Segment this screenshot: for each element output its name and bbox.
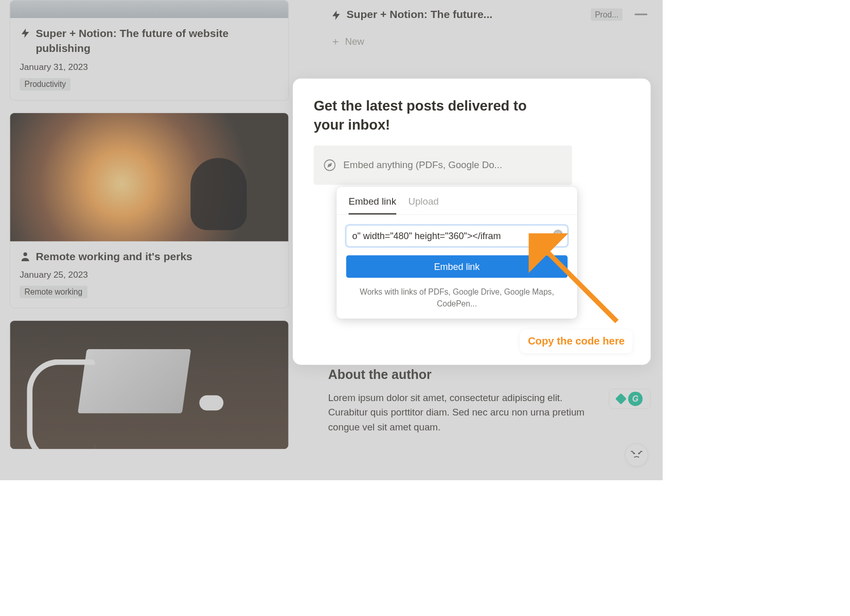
modal-heading: Get the latest posts delivered to your i… [314,96,555,134]
embed-help-text: Works with links of PDFs, Google Drive, … [337,286,577,310]
embed-popup: Embed link Upload ✕ Embed link Works wit… [337,187,577,318]
embed-link-button[interactable]: Embed link [346,256,568,278]
svg-marker-4 [328,164,331,167]
embed-link-input[interactable] [346,225,568,246]
tab-upload[interactable]: Upload [408,195,438,214]
clear-input-button[interactable]: ✕ [553,229,563,239]
compass-icon [323,158,336,171]
tab-embed-link[interactable]: Embed link [348,195,396,214]
embed-placeholder-text: Embed anything (PDFs, Google Do... [343,159,502,171]
embed-block-placeholder[interactable]: Embed anything (PDFs, Google Do... [314,146,572,185]
annotation-callout: Copy the code here [520,330,632,353]
